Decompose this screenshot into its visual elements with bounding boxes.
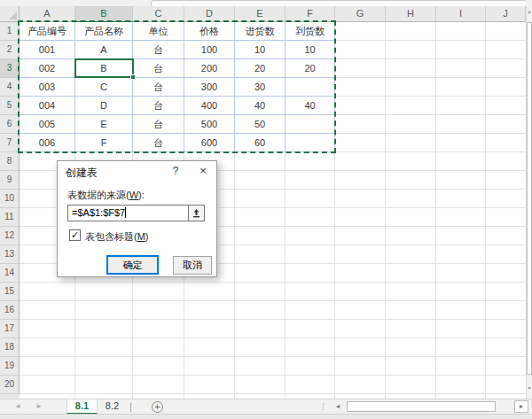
table-cell[interactable]: 10 <box>286 41 335 59</box>
table-cell[interactable]: 300 <box>184 78 235 97</box>
row-header-1[interactable]: 1 <box>0 22 20 41</box>
headers-checkbox-label[interactable]: 表包含标题(M) <box>85 230 149 244</box>
table-cell[interactable]: 10 <box>235 41 286 59</box>
column-header-B[interactable]: B <box>75 6 133 22</box>
row-header-8[interactable]: 8 <box>0 152 20 171</box>
table-cell[interactable]: 40 <box>286 97 335 115</box>
row-header-5[interactable]: 5 <box>0 97 20 115</box>
row-header-11[interactable]: 11 <box>0 208 20 227</box>
label-text: 表包含标题( <box>85 231 137 242</box>
table-cell[interactable]: 002 <box>20 59 75 78</box>
table-cell[interactable]: 001 <box>20 41 75 59</box>
row-header-4[interactable]: 4 <box>0 78 20 97</box>
table-cell[interactable] <box>286 78 335 97</box>
table-cell[interactable]: 40 <box>235 97 286 115</box>
table-cell[interactable]: 600 <box>184 134 235 152</box>
horizontal-scrollbar-thumb[interactable] <box>347 401 496 412</box>
table-cell[interactable]: D <box>75 97 133 115</box>
table-cell[interactable]: 30 <box>235 78 286 97</box>
cancel-button[interactable]: 取消 <box>173 256 212 275</box>
row-header-12[interactable]: 12 <box>0 227 20 245</box>
table-cell[interactable]: 台 <box>133 134 184 152</box>
dialog-help-icon[interactable]: ? <box>169 165 182 177</box>
column-header-G[interactable]: G <box>335 6 386 22</box>
ok-button[interactable]: 确定 <box>106 255 159 275</box>
table-cell[interactable]: 100 <box>184 41 235 59</box>
label-text: ): <box>138 190 145 200</box>
table-source-input[interactable]: =$A$1:$F$7 <box>67 205 189 221</box>
row-header-2[interactable]: 2 <box>0 41 20 59</box>
data-table-range[interactable]: 产品编号产品名称单位价格进货数到货数001A台1001010002B台20020… <box>20 22 335 152</box>
vertical-scrollbar[interactable]: ▲ ▼ <box>526 6 532 399</box>
table-cell[interactable]: 50 <box>235 115 286 134</box>
hscroll-right-button[interactable]: ▸ <box>514 400 528 413</box>
table-cell[interactable]: 台 <box>133 41 184 59</box>
tab-scroll-splitter[interactable]: ⋮ <box>319 400 327 414</box>
table-cell[interactable]: 200 <box>184 59 235 78</box>
column-header-E[interactable]: E <box>235 6 286 22</box>
active-cell-b3[interactable] <box>74 58 134 78</box>
row-header-6[interactable]: 6 <box>0 115 20 134</box>
gridline <box>485 22 486 399</box>
table-cell[interactable]: 20 <box>286 59 335 78</box>
table-cell[interactable]: 台 <box>133 115 184 134</box>
column-header-J[interactable]: J <box>486 6 526 22</box>
column-header-D[interactable]: D <box>184 6 235 22</box>
row-header-20[interactable]: 20 <box>0 376 20 394</box>
hscroll-left-icon[interactable]: ◂ <box>336 400 340 414</box>
table-header-cell[interactable]: 产品名称 <box>75 22 133 41</box>
select-all-corner[interactable] <box>0 6 20 22</box>
scroll-down-icon[interactable]: ▼ <box>527 385 532 391</box>
collapse-dialog-button[interactable] <box>188 205 205 221</box>
vertical-scrollbar-thumb[interactable] <box>527 22 532 375</box>
row-header-9[interactable]: 9 <box>0 171 20 190</box>
row-header-18[interactable]: 18 <box>0 338 20 357</box>
table-cell[interactable] <box>286 134 335 152</box>
row-header-13[interactable]: 13 <box>0 245 20 264</box>
column-header-F[interactable]: F <box>286 6 335 22</box>
table-cell[interactable]: 006 <box>20 134 75 152</box>
table-cell[interactable]: 台 <box>133 78 184 97</box>
row-header-17[interactable]: 17 <box>0 320 20 338</box>
scroll-up-icon[interactable]: ▲ <box>527 9 532 14</box>
table-header-cell[interactable]: 到货数 <box>286 22 335 41</box>
table-cell[interactable]: 400 <box>184 97 235 115</box>
column-header-I[interactable]: I <box>436 6 486 22</box>
row-header-3[interactable]: 3 <box>0 59 20 78</box>
table-cell[interactable]: 005 <box>20 115 75 134</box>
row-header-15[interactable]: 15 <box>0 283 20 301</box>
row-header-14[interactable]: 14 <box>0 264 20 283</box>
table-cell[interactable]: 004 <box>20 97 75 115</box>
table-header-cell[interactable]: 产品编号 <box>20 22 75 41</box>
row-header-7[interactable]: 7 <box>0 134 20 152</box>
sheet-tab-8-1[interactable]: 8.1 <box>66 400 98 415</box>
sheet-nav-left-icon[interactable]: ◄ <box>14 400 21 415</box>
column-header-H[interactable]: H <box>386 6 436 22</box>
table-header-cell[interactable]: 价格 <box>184 22 235 41</box>
table-header-cell[interactable]: 单位 <box>133 22 184 41</box>
table-header-cell[interactable]: 进货数 <box>235 22 286 41</box>
table-cell[interactable]: 500 <box>184 115 235 134</box>
row-headers: 1234567891011121314151617181920 <box>0 22 20 399</box>
headers-checkbox[interactable]: ✓ <box>69 229 81 241</box>
fill-handle[interactable] <box>130 74 136 80</box>
table-cell[interactable]: F <box>75 134 133 152</box>
table-cell[interactable]: 60 <box>235 134 286 152</box>
dialog-close-icon[interactable]: × <box>196 164 210 177</box>
table-cell[interactable]: 台 <box>133 97 184 115</box>
sheet-nav-right-icon[interactable]: ► <box>35 400 43 415</box>
column-header-A[interactable]: A <box>20 6 75 22</box>
table-cell[interactable]: 台 <box>133 59 184 78</box>
table-cell[interactable]: E <box>75 115 133 134</box>
table-cell[interactable]: 20 <box>235 59 286 78</box>
add-sheet-button[interactable]: + <box>152 401 163 413</box>
table-cell[interactable]: A <box>75 41 133 59</box>
table-cell[interactable]: C <box>75 78 133 97</box>
row-header-19[interactable]: 19 <box>0 357 20 376</box>
row-header-16[interactable]: 16 <box>0 301 20 320</box>
column-header-C[interactable]: C <box>133 6 184 22</box>
sheet-tab-8-2[interactable]: 8.2 <box>98 400 127 415</box>
table-cell[interactable]: 003 <box>20 78 75 97</box>
row-header-10[interactable]: 10 <box>0 190 20 208</box>
table-cell[interactable] <box>286 115 335 134</box>
